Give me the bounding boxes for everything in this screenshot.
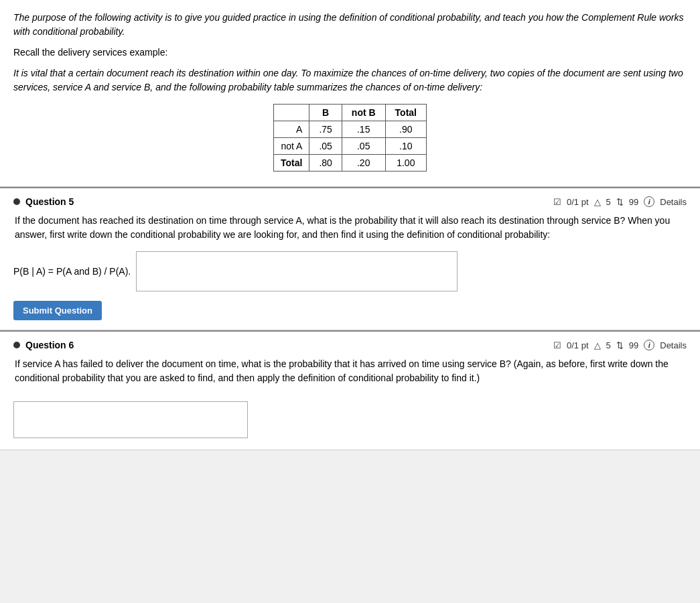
question-5-body: If the document has reached its destinat… [13, 214, 687, 242]
question-5-header: Question 5 ☑ 0/1 pt △ 5 ⇅ 99 i Details [13, 196, 687, 207]
question-5-label: Question 5 [25, 196, 74, 207]
retry-icon: ⇅ [616, 197, 624, 207]
table-row: A .75 .15 .90 [273, 121, 426, 138]
answer-input-q5[interactable] [136, 251, 458, 291]
answer-input-q6[interactable] [13, 401, 248, 438]
bullet-icon [13, 198, 20, 205]
question-6-body: If service A has failed to deliver the d… [13, 357, 687, 385]
formula-row-q5: P(B | A) = P(A and B) / P(A). [13, 251, 687, 291]
bullet-icon-q6 [13, 342, 20, 348]
cell-total-b: .80 [309, 155, 342, 172]
q6-score: 0/1 pt [567, 340, 589, 350]
cell-a-notb: .15 [342, 121, 385, 138]
question-5-section: Question 5 ☑ 0/1 pt △ 5 ⇅ 99 i Details I… [0, 188, 700, 330]
cell-a-total: .90 [385, 121, 426, 138]
question-5-title: Question 5 [13, 196, 74, 207]
intro-text: The purpose of the following activity is… [13, 11, 687, 39]
cell-total-total: 1.00 [385, 155, 426, 172]
cell-a-b: .75 [309, 121, 342, 138]
question-5-meta: ☑ 0/1 pt △ 5 ⇅ 99 i Details [553, 196, 687, 207]
question-6-title: Question 6 [13, 340, 74, 350]
probability-table-container: B not B Total A .75 .15 .90 not A .05 [13, 104, 687, 172]
row-label-a: A [273, 121, 309, 138]
q6-retry: 99 [629, 340, 638, 350]
formula-label-q5: P(B | A) = P(A and B) / P(A). [13, 266, 131, 277]
cell-nota-total: .10 [385, 138, 426, 155]
row-label-nota: not A [273, 138, 309, 155]
q5-score: 0/1 pt [567, 197, 589, 207]
cell-nota-notb: .05 [342, 138, 385, 155]
info-icon: i [644, 196, 654, 207]
question-6-label: Question 6 [25, 340, 74, 350]
info-icon-q6: i [644, 340, 654, 350]
checkmark-icon-q6: ☑ [553, 340, 561, 350]
clock-icon: △ [594, 197, 601, 207]
q5-clock: 5 [606, 197, 611, 207]
recall-text: Recall the delivery services example: [13, 46, 687, 60]
details-link-q5[interactable]: Details [660, 197, 687, 207]
submit-button-q5[interactable]: Submit Question [13, 301, 102, 320]
question-6-header: Question 6 ☑ 0/1 pt △ 5 ⇅ 99 i Details [13, 340, 687, 350]
problem-text: It is vital that a certain document reac… [13, 66, 687, 94]
details-link-q6[interactable]: Details [660, 340, 687, 350]
cell-nota-b: .05 [309, 138, 342, 155]
retry-icon-q6: ⇅ [616, 340, 624, 350]
table-row: not A .05 .05 .10 [273, 138, 426, 155]
checkmark-icon: ☑ [553, 197, 561, 207]
question-6-meta: ☑ 0/1 pt △ 5 ⇅ 99 i Details [553, 340, 687, 350]
intro-section: The purpose of the following activity is… [0, 0, 700, 187]
table-header-empty [273, 105, 309, 121]
q6-clock: 5 [606, 340, 611, 350]
row-label-total: Total [273, 155, 309, 172]
table-row: Total .80 .20 1.00 [273, 155, 426, 172]
table-header-total: Total [385, 105, 426, 121]
clock-icon-q6: △ [594, 340, 601, 350]
cell-total-notb: .20 [342, 155, 385, 172]
table-header-not-b: not B [342, 105, 385, 121]
question-6-section: Question 6 ☑ 0/1 pt △ 5 ⇅ 99 i Details I… [0, 332, 700, 450]
q5-retry: 99 [629, 197, 638, 207]
probability-table: B not B Total A .75 .15 .90 not A .05 [273, 104, 427, 172]
table-header-b: B [309, 105, 342, 121]
